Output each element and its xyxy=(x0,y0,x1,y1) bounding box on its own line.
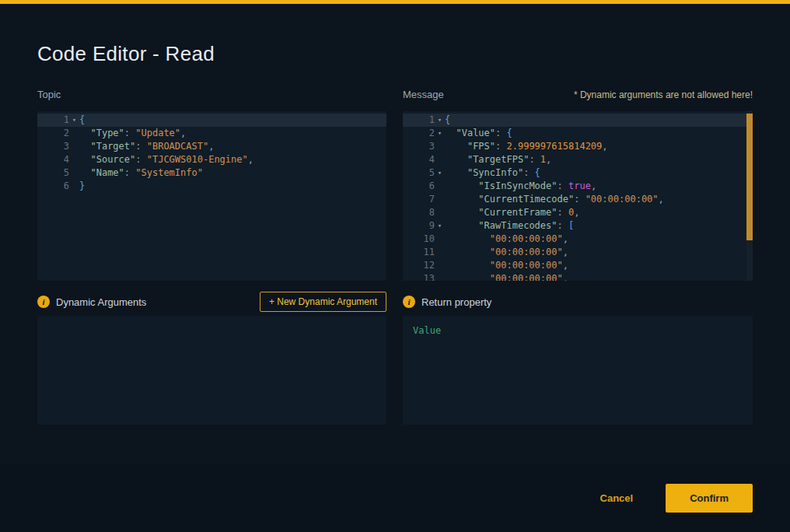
fold-spacer xyxy=(435,259,445,272)
line-number: 8 xyxy=(403,206,435,219)
message-code-editor[interactable]: 1▾{2▾ "Value": {3 "FPS": 2.9999976158142… xyxy=(403,111,753,281)
info-icon[interactable]: i xyxy=(403,296,415,308)
fold-spacer xyxy=(435,206,445,219)
line-number: 9 xyxy=(403,219,435,233)
code-text: "CurrentFrame": 0, xyxy=(445,206,753,219)
line-number: 5 xyxy=(403,166,435,180)
code-line[interactable]: 5 "Name": "SystemInfo" xyxy=(37,166,386,180)
topic-code-editor[interactable]: 1▾{2 "Type": "Update",3 "Target": "BROAD… xyxy=(37,111,386,281)
fold-arrow-icon[interactable]: ▾ xyxy=(435,219,445,233)
fold-spacer xyxy=(69,153,79,166)
code-text: "FPS": 2.999997615814209, xyxy=(445,140,753,153)
scrollbar-thumb[interactable] xyxy=(746,114,753,240)
fold-spacer xyxy=(435,272,445,281)
line-number: 4 xyxy=(403,153,435,166)
return-property-editor[interactable]: Value xyxy=(403,316,753,425)
message-column: Message * Dynamic arguments are not allo… xyxy=(403,89,753,425)
code-text: "SyncInfo": { xyxy=(445,166,753,180)
code-text: "00:00:00:00", xyxy=(445,272,753,281)
code-line[interactable]: 3 "Target": "BROADCAST", xyxy=(37,140,386,153)
fold-spacer xyxy=(69,166,79,180)
new-dynamic-argument-button[interactable]: + New Dynamic Argument xyxy=(260,292,386,312)
code-text: "00:00:00:00", xyxy=(445,246,753,259)
fold-arrow-icon[interactable]: ▾ xyxy=(435,114,445,127)
code-line[interactable]: 9▾ "RawTimecodes": [ xyxy=(403,219,753,233)
line-number: 2 xyxy=(37,127,69,140)
code-line[interactable]: 4 "TargetFPS": 1, xyxy=(403,153,753,166)
code-text: "RawTimecodes": [ xyxy=(445,219,753,233)
return-property-label: Return property xyxy=(421,296,491,308)
fold-arrow-icon[interactable]: ▾ xyxy=(435,166,445,180)
line-number: 13 xyxy=(403,272,435,281)
code-text: } xyxy=(79,180,386,193)
line-number: 5 xyxy=(37,166,69,180)
topic-column: Topic 1▾{2 "Type": "Update",3 "Target": … xyxy=(37,89,386,425)
code-text: "00:00:00:00", xyxy=(445,233,753,246)
code-line[interactable]: 7 "CurrentTimecode": "00:00:00:00", xyxy=(403,193,753,206)
line-number: 4 xyxy=(37,153,69,166)
code-line[interactable]: 11 "00:00:00:00", xyxy=(403,246,753,259)
code-line[interactable]: 1▾{ xyxy=(403,114,753,127)
code-text: "Value": { xyxy=(445,127,753,140)
page-title: Code Editor - Read xyxy=(37,42,215,66)
code-line[interactable]: 2▾ "Value": { xyxy=(403,127,753,140)
code-text: { xyxy=(445,114,753,127)
cancel-button[interactable]: Cancel xyxy=(600,492,634,504)
code-line[interactable]: 10 "00:00:00:00", xyxy=(403,233,753,246)
code-line[interactable]: 1▾{ xyxy=(37,114,386,127)
code-line[interactable]: 6} xyxy=(37,180,386,193)
dynamic-arguments-label: Dynamic Arguments xyxy=(56,296,146,308)
fold-spacer xyxy=(435,180,445,193)
top-accent-bar xyxy=(0,0,790,4)
confirm-button[interactable]: Confirm xyxy=(666,484,753,513)
fold-spacer xyxy=(435,246,445,259)
line-number: 12 xyxy=(403,259,435,272)
code-text: "00:00:00:00", xyxy=(445,259,753,272)
fold-spacer xyxy=(69,180,79,193)
dynamic-arguments-list xyxy=(37,316,386,425)
fold-arrow-icon[interactable]: ▾ xyxy=(69,114,79,127)
fold-spacer xyxy=(435,193,445,206)
line-number: 6 xyxy=(37,180,69,193)
dialog-footer: Cancel Confirm xyxy=(0,464,790,532)
message-label: Message xyxy=(403,89,444,100)
code-text: "Target": "BROADCAST", xyxy=(79,140,386,153)
code-line[interactable]: 5▾ "SyncInfo": { xyxy=(403,166,753,180)
code-text: "CurrentTimecode": "00:00:00:00", xyxy=(445,193,753,206)
line-number: 2 xyxy=(403,127,435,140)
line-number: 11 xyxy=(403,246,435,259)
line-number: 3 xyxy=(403,140,435,153)
code-text: "Name": "SystemInfo" xyxy=(79,166,386,180)
dynamic-arguments-note: * Dynamic arguments are not allowed here… xyxy=(574,89,753,100)
return-property-value: Value xyxy=(403,316,753,345)
code-line[interactable]: 13 "00:00:00:00", xyxy=(403,272,753,281)
line-number: 3 xyxy=(37,140,69,153)
code-text: { xyxy=(79,114,386,127)
line-number: 6 xyxy=(403,180,435,193)
fold-spacer xyxy=(435,233,445,246)
line-number: 10 xyxy=(403,233,435,246)
code-line[interactable]: 3 "FPS": 2.999997615814209, xyxy=(403,140,753,153)
code-text: "Type": "Update", xyxy=(79,127,386,140)
topic-label: Topic xyxy=(37,89,61,100)
code-line[interactable]: 12 "00:00:00:00", xyxy=(403,259,753,272)
code-line[interactable]: 2 "Type": "Update", xyxy=(37,127,386,140)
info-icon[interactable]: i xyxy=(37,296,50,308)
code-line[interactable]: 4 "Source": "TJCGWS010-Engine", xyxy=(37,153,386,166)
code-text: "IsInSyncMode": true, xyxy=(445,180,753,193)
line-number: 1 xyxy=(37,114,69,127)
code-text: "TargetFPS": 1, xyxy=(445,153,753,166)
code-line[interactable]: 6 "IsInSyncMode": true, xyxy=(403,180,753,193)
line-number: 7 xyxy=(403,193,435,206)
fold-spacer xyxy=(69,140,79,153)
line-number: 1 xyxy=(403,114,435,127)
fold-spacer xyxy=(435,153,445,166)
code-line[interactable]: 8 "CurrentFrame": 0, xyxy=(403,206,753,219)
code-text: "Source": "TJCGWS010-Engine", xyxy=(79,153,386,166)
fold-spacer xyxy=(69,127,79,140)
fold-arrow-icon[interactable]: ▾ xyxy=(435,127,445,140)
fold-spacer xyxy=(435,140,445,153)
